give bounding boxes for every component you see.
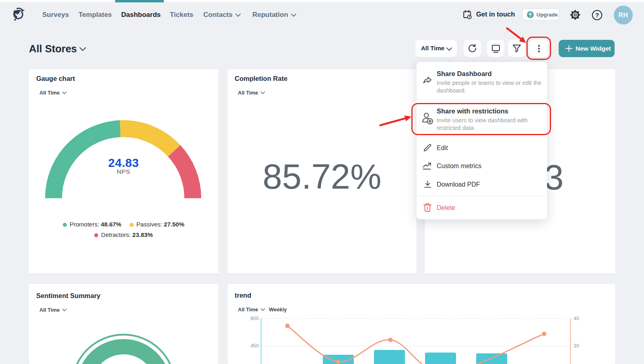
svg-text:?: ? [595,12,599,19]
svg-text:40: 40 [574,316,579,321]
svg-text:600: 600 [250,316,259,321]
svg-text:30: 30 [574,343,579,349]
svg-text:450: 450 [250,343,259,349]
